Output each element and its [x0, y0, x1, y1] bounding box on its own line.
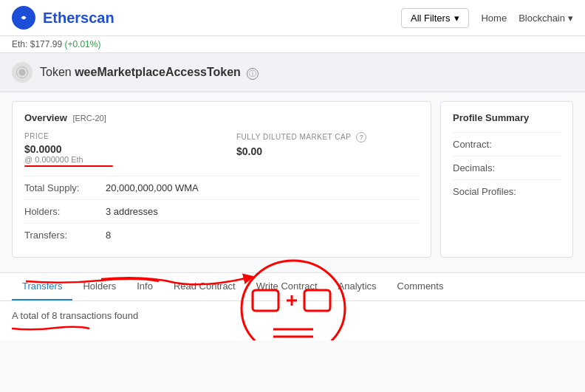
contract-label: Contract: — [453, 139, 492, 150]
price-label: PRICE — [24, 132, 207, 140]
total-supply-label: Total Supply: — [24, 182, 106, 193]
market-cap-label-text: FULLY DILUTED MARKET CAP — [236, 133, 351, 141]
total-supply-value: 20,000,000,000 WMA — [106, 182, 199, 193]
token-info-icon[interactable]: ⓘ — [247, 68, 259, 80]
market-cap-value: $0.00 — [236, 145, 419, 157]
header: Etherscan All Filters ▾ Home Blockchain … — [0, 0, 585, 36]
header-right: All Filters ▾ Home Blockchain ▾ — [401, 8, 573, 28]
overview-title: Overview [ERC-20] — [24, 112, 419, 123]
token-name: weeMarketplaceAccessToken — [75, 66, 241, 78]
eth-price: $177.99 — [30, 39, 62, 49]
market-cap-col: FULLY DILUTED MARKET CAP ? $0.00 — [236, 132, 419, 157]
token-icon — [12, 62, 32, 83]
main-content: Overview [ERC-20] PRICE $0.0000 @ 0.0000… — [0, 92, 585, 267]
filter-button[interactable]: All Filters ▾ — [401, 8, 469, 28]
nav-blockchain[interactable]: Blockchain ▾ — [519, 13, 573, 24]
price-row: PRICE $0.0000 @ 0.000000 Eth FULLY DILUT… — [24, 132, 419, 167]
token-prefix: Token — [40, 66, 72, 78]
header-left: Etherscan — [12, 6, 114, 30]
transfers-label: Transfers: — [24, 230, 106, 241]
price-eth: @ 0.000000 Eth — [24, 155, 207, 164]
profile-summary-title: Profile Summary — [453, 112, 561, 123]
tabs-bar: Transfers Holders Info Read Contract Wri… — [0, 272, 585, 301]
holders-label: Holders: — [24, 206, 106, 217]
overview-card: Overview [ERC-20] PRICE $0.0000 @ 0.0000… — [12, 101, 431, 258]
eth-label: Eth: — [12, 39, 27, 49]
nav-home[interactable]: Home — [481, 13, 507, 24]
erc-badge: [ERC-20] — [72, 114, 106, 123]
tab-holders[interactable]: Holders — [72, 273, 126, 300]
blockchain-label: Blockchain — [519, 13, 565, 24]
token-title: Token weeMarketplaceAccessToken ⓘ — [40, 66, 259, 80]
svg-point-3 — [19, 69, 26, 76]
tab-transfers[interactable]: Transfers — [12, 273, 72, 300]
tx-red-line — [12, 326, 93, 331]
tab-analytics[interactable]: Analytics — [328, 273, 387, 300]
price-col: PRICE $0.0000 @ 0.000000 Eth — [24, 132, 207, 167]
filter-chevron: ▾ — [454, 13, 459, 24]
tx-summary: A total of 8 transactions found — [12, 310, 573, 321]
holders-row: Holders: 3 addresses — [24, 199, 419, 223]
decimals-row: Decimals: — [453, 156, 561, 179]
logo-text: Etherscan — [43, 10, 114, 27]
etherscan-logo-icon — [12, 6, 35, 30]
decimals-label: Decimals: — [453, 162, 495, 173]
social-profiles-row: Social Profiles: — [453, 179, 561, 203]
contract-row: Contract: — [453, 132, 561, 156]
eth-change: (+0.01%) — [64, 39, 100, 49]
tab-read-contract[interactable]: Read Contract — [163, 273, 246, 300]
overview-title-text: Overview — [24, 112, 67, 123]
data-rows: Total Supply: 20,000,000,000 WMA Holders… — [24, 176, 419, 247]
tab-comments[interactable]: Comments — [387, 273, 454, 300]
filter-label: All Filters — [411, 13, 450, 24]
svg-point-1 — [22, 16, 26, 20]
transfers-value: 8 — [106, 230, 111, 241]
profile-summary: Profile Summary Contract: Decimals: Soci… — [440, 101, 573, 258]
tab-write-contract[interactable]: Write Contract — [246, 273, 328, 300]
transactions-section: A total of 8 transactions found — [0, 301, 585, 340]
price-value: $0.0000 — [24, 143, 207, 155]
total-supply-row: Total Supply: 20,000,000,000 WMA — [24, 176, 419, 199]
market-cap-info-icon[interactable]: ? — [356, 132, 366, 142]
social-profiles-label: Social Profiles: — [453, 186, 516, 197]
holders-value: 3 addresses — [106, 206, 158, 217]
price-bar: Eth: $177.99 (+0.01%) — [0, 36, 585, 53]
price-underline — [24, 165, 113, 167]
token-header: Token weeMarketplaceAccessToken ⓘ — [0, 53, 585, 92]
blockchain-chevron: ▾ — [568, 13, 573, 24]
market-cap-label: FULLY DILUTED MARKET CAP ? — [236, 132, 419, 142]
transfers-row: Transfers: 8 — [24, 223, 419, 247]
tab-info[interactable]: Info — [126, 273, 163, 300]
